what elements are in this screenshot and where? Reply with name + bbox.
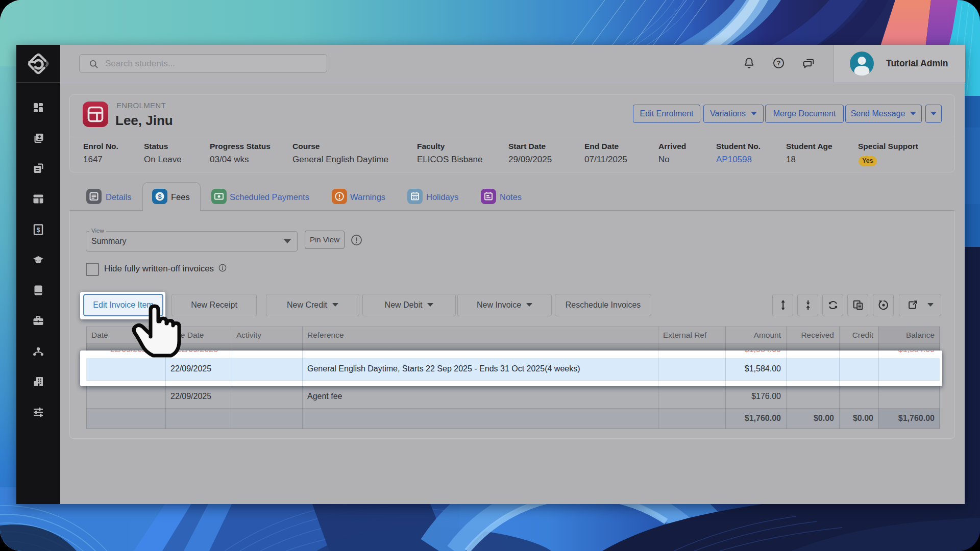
svg-text:$: $ [36, 226, 40, 233]
svg-text:$: $ [158, 193, 162, 201]
svg-text:?: ? [777, 59, 781, 67]
